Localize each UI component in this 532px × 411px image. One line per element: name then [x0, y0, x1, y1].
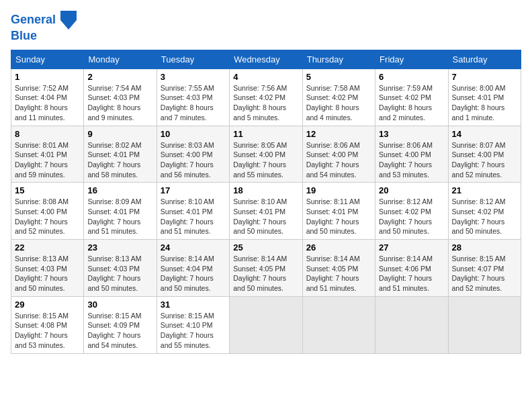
calendar-cell: 31 Sunrise: 8:15 AM Sunset: 4:10 PM Dayl… — [157, 296, 229, 353]
day-number: 16 — [87, 185, 152, 195]
day-header-wednesday: Wednesday — [230, 50, 302, 68]
calendar-week-1: 1 Sunrise: 7:52 AM Sunset: 4:04 PM Dayli… — [11, 68, 521, 126]
day-info: Sunrise: 8:07 AM Sunset: 4:00 PM Dayligh… — [452, 140, 517, 180]
day-number: 14 — [452, 129, 517, 139]
calendar-week-2: 8 Sunrise: 8:01 AM Sunset: 4:01 PM Dayli… — [11, 126, 521, 183]
calendar-cell: 22 Sunrise: 8:13 AM Sunset: 4:03 PM Dayl… — [11, 240, 84, 297]
calendar-cell: 28 Sunrise: 8:15 AM Sunset: 4:07 PM Dayl… — [448, 240, 521, 297]
logo-general: General — [11, 13, 56, 26]
day-info: Sunrise: 8:14 AM Sunset: 4:05 PM Dayligh… — [306, 254, 371, 293]
calendar-cell: 21 Sunrise: 8:12 AM Sunset: 4:02 PM Dayl… — [448, 183, 521, 240]
day-info: Sunrise: 8:15 AM Sunset: 4:08 PM Dayligh… — [15, 311, 80, 351]
calendar-cell: 18 Sunrise: 8:10 AM Sunset: 4:01 PM Dayl… — [230, 183, 302, 240]
calendar-cell: 8 Sunrise: 8:01 AM Sunset: 4:01 PM Dayli… — [11, 126, 84, 183]
calendar-cell: 2 Sunrise: 7:54 AM Sunset: 4:03 PM Dayli… — [84, 68, 157, 126]
page-header: General Blue — [11, 11, 521, 43]
day-number: 30 — [87, 300, 152, 310]
day-number: 3 — [161, 72, 226, 82]
calendar-cell: 20 Sunrise: 8:12 AM Sunset: 4:02 PM Dayl… — [375, 183, 448, 240]
calendar-cell: 17 Sunrise: 8:10 AM Sunset: 4:01 PM Dayl… — [157, 183, 229, 240]
day-number: 13 — [379, 129, 444, 139]
day-info: Sunrise: 8:13 AM Sunset: 4:03 PM Dayligh… — [15, 254, 80, 293]
calendar-week-5: 29 Sunrise: 8:15 AM Sunset: 4:08 PM Dayl… — [11, 296, 521, 353]
day-info: Sunrise: 7:54 AM Sunset: 4:03 PM Dayligh… — [87, 83, 152, 123]
day-number: 26 — [306, 242, 371, 253]
day-number: 22 — [15, 242, 80, 253]
day-info: Sunrise: 8:10 AM Sunset: 4:01 PM Dayligh… — [233, 197, 298, 236]
day-number: 18 — [233, 185, 298, 195]
calendar-cell: 19 Sunrise: 8:11 AM Sunset: 4:01 PM Dayl… — [302, 183, 375, 240]
day-number: 25 — [233, 242, 298, 253]
calendar-week-3: 15 Sunrise: 8:08 AM Sunset: 4:00 PM Dayl… — [11, 183, 521, 240]
logo-icon — [60, 11, 77, 30]
calendar-table: SundayMondayTuesdayWednesdayThursdayFrid… — [11, 50, 521, 354]
calendar-cell: 5 Sunrise: 7:58 AM Sunset: 4:02 PM Dayli… — [302, 68, 375, 126]
logo-text: General — [11, 11, 77, 30]
day-number: 29 — [15, 300, 80, 310]
day-number: 23 — [87, 242, 152, 253]
calendar-cell — [375, 296, 448, 353]
day-info: Sunrise: 8:11 AM Sunset: 4:01 PM Dayligh… — [306, 197, 371, 236]
day-number: 4 — [233, 72, 298, 82]
calendar-cell — [230, 296, 302, 353]
calendar-cell: 9 Sunrise: 8:02 AM Sunset: 4:01 PM Dayli… — [84, 126, 157, 183]
day-header-monday: Monday — [84, 50, 157, 68]
day-number: 5 — [306, 72, 371, 82]
day-info: Sunrise: 8:08 AM Sunset: 4:00 PM Dayligh… — [15, 197, 80, 236]
day-info: Sunrise: 8:09 AM Sunset: 4:01 PM Dayligh… — [87, 197, 152, 236]
day-header-sunday: Sunday — [11, 50, 84, 68]
day-info: Sunrise: 7:55 AM Sunset: 4:03 PM Dayligh… — [161, 83, 226, 123]
day-info: Sunrise: 8:14 AM Sunset: 4:05 PM Dayligh… — [233, 254, 298, 293]
calendar-cell: 14 Sunrise: 8:07 AM Sunset: 4:00 PM Dayl… — [448, 126, 521, 183]
day-number: 17 — [161, 185, 226, 195]
day-info: Sunrise: 8:00 AM Sunset: 4:01 PM Dayligh… — [452, 83, 517, 123]
svg-marker-0 — [60, 11, 77, 30]
day-info: Sunrise: 8:05 AM Sunset: 4:00 PM Dayligh… — [233, 140, 298, 180]
day-header-friday: Friday — [375, 50, 448, 68]
calendar-cell: 27 Sunrise: 8:14 AM Sunset: 4:06 PM Dayl… — [375, 240, 448, 297]
day-number: 21 — [452, 185, 517, 195]
day-number: 7 — [452, 72, 517, 82]
day-number: 20 — [379, 185, 444, 195]
day-info: Sunrise: 8:12 AM Sunset: 4:02 PM Dayligh… — [379, 197, 444, 236]
day-number: 12 — [306, 129, 371, 139]
day-info: Sunrise: 8:03 AM Sunset: 4:00 PM Dayligh… — [161, 140, 226, 180]
calendar-cell: 29 Sunrise: 8:15 AM Sunset: 4:08 PM Dayl… — [11, 296, 84, 353]
calendar-cell: 16 Sunrise: 8:09 AM Sunset: 4:01 PM Dayl… — [84, 183, 157, 240]
calendar-header-row: SundayMondayTuesdayWednesdayThursdayFrid… — [11, 50, 521, 68]
day-number: 24 — [161, 242, 226, 253]
calendar-cell: 11 Sunrise: 8:05 AM Sunset: 4:00 PM Dayl… — [230, 126, 302, 183]
day-info: Sunrise: 7:52 AM Sunset: 4:04 PM Dayligh… — [15, 83, 80, 123]
day-info: Sunrise: 8:13 AM Sunset: 4:03 PM Dayligh… — [87, 254, 152, 293]
calendar-week-4: 22 Sunrise: 8:13 AM Sunset: 4:03 PM Dayl… — [11, 240, 521, 297]
calendar-cell: 25 Sunrise: 8:14 AM Sunset: 4:05 PM Dayl… — [230, 240, 302, 297]
day-info: Sunrise: 7:56 AM Sunset: 4:02 PM Dayligh… — [233, 83, 298, 123]
day-header-saturday: Saturday — [448, 50, 521, 68]
day-info: Sunrise: 8:01 AM Sunset: 4:01 PM Dayligh… — [15, 140, 80, 180]
day-info: Sunrise: 8:12 AM Sunset: 4:02 PM Dayligh… — [452, 197, 517, 236]
calendar-cell: 7 Sunrise: 8:00 AM Sunset: 4:01 PM Dayli… — [448, 68, 521, 126]
day-info: Sunrise: 8:02 AM Sunset: 4:01 PM Dayligh… — [87, 140, 152, 180]
calendar-cell: 6 Sunrise: 7:59 AM Sunset: 4:02 PM Dayli… — [375, 68, 448, 126]
calendar-cell: 26 Sunrise: 8:14 AM Sunset: 4:05 PM Dayl… — [302, 240, 375, 297]
calendar-cell: 4 Sunrise: 7:56 AM Sunset: 4:02 PM Dayli… — [230, 68, 302, 126]
calendar-cell: 3 Sunrise: 7:55 AM Sunset: 4:03 PM Dayli… — [157, 68, 229, 126]
day-info: Sunrise: 7:58 AM Sunset: 4:02 PM Dayligh… — [306, 83, 371, 123]
day-number: 31 — [161, 300, 226, 310]
day-info: Sunrise: 8:15 AM Sunset: 4:10 PM Dayligh… — [161, 311, 226, 351]
day-info: Sunrise: 8:06 AM Sunset: 4:00 PM Dayligh… — [306, 140, 371, 180]
calendar-cell: 12 Sunrise: 8:06 AM Sunset: 4:00 PM Dayl… — [302, 126, 375, 183]
day-info: Sunrise: 8:14 AM Sunset: 4:06 PM Dayligh… — [379, 254, 444, 293]
calendar-cell: 10 Sunrise: 8:03 AM Sunset: 4:00 PM Dayl… — [157, 126, 229, 183]
day-info: Sunrise: 8:15 AM Sunset: 4:07 PM Dayligh… — [452, 254, 517, 293]
day-number: 8 — [15, 129, 80, 139]
calendar-cell: 24 Sunrise: 8:14 AM Sunset: 4:04 PM Dayl… — [157, 240, 229, 297]
day-number: 1 — [15, 72, 80, 82]
day-number: 10 — [161, 129, 226, 139]
day-number: 19 — [306, 185, 371, 195]
day-number: 28 — [452, 242, 517, 253]
calendar-cell: 23 Sunrise: 8:13 AM Sunset: 4:03 PM Dayl… — [84, 240, 157, 297]
day-info: Sunrise: 7:59 AM Sunset: 4:02 PM Dayligh… — [379, 83, 444, 123]
calendar-cell: 13 Sunrise: 8:06 AM Sunset: 4:00 PM Dayl… — [375, 126, 448, 183]
day-info: Sunrise: 8:06 AM Sunset: 4:00 PM Dayligh… — [379, 140, 444, 180]
